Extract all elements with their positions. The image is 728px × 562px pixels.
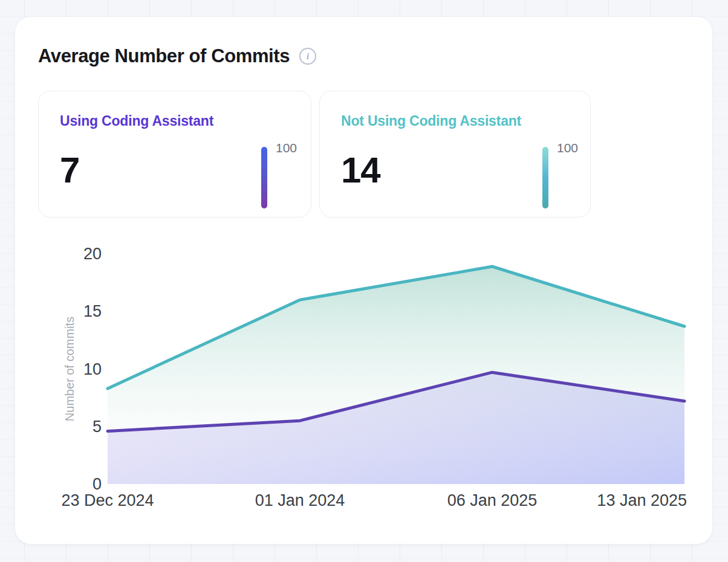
widget-title: Average Number of Commits <box>38 45 290 67</box>
stat-card-not-using-assistant: Not Using Coding Assistant 14 100 <box>319 91 591 218</box>
y-tick-label: 15 <box>83 302 102 320</box>
x-tick-label: 23 Dec 2024 <box>61 491 154 509</box>
y-tick-label: 0 <box>93 475 102 493</box>
x-tick-label: 13 Jan 2025 <box>597 491 687 509</box>
stat-card-using-assistant: Using Coding Assistant 7 100 <box>38 91 311 218</box>
stat-value: 14 <box>341 149 380 191</box>
commits-area-chart: 05101520 23 Dec 202401 Jan 202406 Jan 20… <box>39 236 710 525</box>
info-icon[interactable]: i <box>299 48 316 65</box>
y-tick-label: 20 <box>83 245 102 263</box>
stat-label: Not Using Coding Assistant <box>341 113 521 129</box>
y-tick-label: 10 <box>83 360 102 378</box>
x-tick-label: 01 Jan 2024 <box>255 491 345 509</box>
y-tick-label: 5 <box>93 418 102 436</box>
stat-gradient-bar <box>542 147 548 208</box>
commits-widget-card: Average Number of Commits i Using Coding… <box>15 17 712 544</box>
stat-scale-max: 100 <box>276 141 297 155</box>
stat-value: 7 <box>60 149 79 191</box>
y-axis-title: Number of commits <box>63 317 76 421</box>
stat-scale-max: 100 <box>557 141 578 155</box>
dashboard-background: Average Number of Commits i Using Coding… <box>0 0 728 562</box>
chart-canvas: 05101520 23 Dec 202401 Jan 202406 Jan 20… <box>39 236 710 525</box>
stat-label: Using Coding Assistant <box>60 113 213 129</box>
stat-gradient-bar <box>261 147 267 208</box>
widget-header: Average Number of Commits i <box>38 45 316 67</box>
x-tick-label: 06 Jan 2025 <box>447 491 538 509</box>
